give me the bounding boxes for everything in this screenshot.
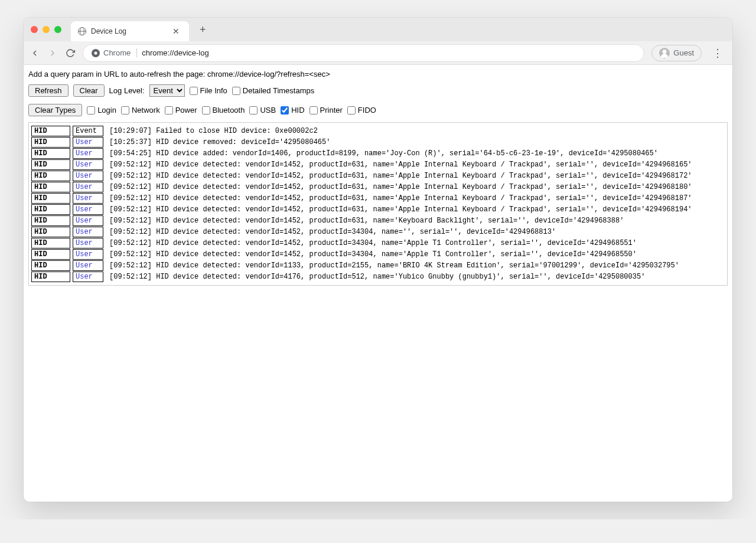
log-type-tag: HID <box>31 182 70 192</box>
type-filter-label: Login <box>97 106 116 115</box>
log-container: HIDEvent[10:29:07] Failed to close HID d… <box>28 122 728 286</box>
log-level-tag: User <box>73 260 103 271</box>
log-row: HIDUser[09:52:12] HID device detected: v… <box>31 272 725 282</box>
close-tab-button[interactable]: ✕ <box>170 27 182 36</box>
minimize-window-button[interactable] <box>43 26 50 33</box>
log-level-tag: User <box>73 182 103 192</box>
page-content: Add a query param in URL to auto-refresh… <box>24 65 732 502</box>
log-level-tag: User <box>73 215 103 226</box>
log-row: HIDUser[09:52:12] HID device detected: v… <box>31 260 725 271</box>
log-type-tag: HID <box>31 159 70 170</box>
close-window-button[interactable] <box>31 26 38 33</box>
back-button[interactable] <box>30 48 40 58</box>
log-message: [09:52:12] HID device detected: vendorId… <box>109 205 692 214</box>
log-message: [09:52:12] HID device detected: vendorId… <box>109 183 692 191</box>
log-type-tag: HID <box>31 148 70 159</box>
site-chip-label: Chrome <box>103 48 131 57</box>
log-row: HIDUser[09:52:12] HID device detected: v… <box>31 215 725 226</box>
log-message: [09:52:12] HID device detected: vendorId… <box>109 217 624 225</box>
type-filter-label: FIDO <box>358 106 376 115</box>
type-filter-checkbox-power[interactable] <box>165 106 173 115</box>
type-filter-checkbox-bluetooth[interactable] <box>202 106 210 115</box>
detailed-timestamps-toggle[interactable]: Detailed Timestamps <box>232 86 314 95</box>
type-filter-usb[interactable]: USB <box>249 106 276 115</box>
type-filter-network[interactable]: Network <box>121 106 160 115</box>
refresh-hint: Add a query param in URL to auto-refresh… <box>27 67 729 81</box>
log-row: HIDUser[09:52:12] HID device detected: v… <box>31 238 725 248</box>
forward-button[interactable] <box>47 48 58 58</box>
log-message: [09:52:12] HID device detected: vendorId… <box>109 228 556 236</box>
type-filter-checkbox-fido[interactable] <box>347 106 356 115</box>
type-filter-checkbox-hid[interactable] <box>281 106 289 115</box>
type-filter-label: HID <box>291 106 304 115</box>
window-controls <box>31 26 61 33</box>
clear-button[interactable]: Clear <box>73 84 105 97</box>
log-level-tag: User <box>73 272 103 282</box>
log-level-select[interactable]: Event <box>149 84 185 97</box>
log-level-tag: User <box>73 204 103 215</box>
log-message: [10:25:37] HID device removed: deviceId=… <box>109 138 330 146</box>
type-filter-printer[interactable]: Printer <box>309 106 343 115</box>
type-filter-checkbox-printer[interactable] <box>309 106 318 115</box>
profile-button[interactable]: Guest <box>651 45 702 61</box>
detailed-timestamps-checkbox[interactable] <box>232 87 240 95</box>
controls-row-types: Clear Types LoginNetworkPowerBluetoothUS… <box>27 100 729 120</box>
log-type-tag: HID <box>31 260 70 271</box>
log-level-tag: User <box>73 171 103 181</box>
log-level-tag: User <box>73 227 103 237</box>
log-row: HIDEvent[10:29:07] Failed to close HID d… <box>31 126 725 136</box>
type-filter-label: Bluetooth <box>213 106 245 115</box>
type-filter-checkbox-usb[interactable] <box>249 106 258 115</box>
reload-button[interactable] <box>65 48 76 58</box>
avatar-icon <box>659 48 670 58</box>
log-level-tag: User <box>73 238 103 248</box>
type-filter-checkbox-network[interactable] <box>121 106 129 115</box>
type-filter-login[interactable]: Login <box>87 106 116 115</box>
log-type-tag: HID <box>31 238 70 248</box>
file-info-toggle[interactable]: File Info <box>190 86 227 95</box>
type-filter-hid[interactable]: HID <box>281 106 304 115</box>
log-level-tag: User <box>73 137 103 148</box>
new-tab-button[interactable]: + <box>194 24 212 36</box>
log-row: HIDUser[09:52:12] HID device detected: v… <box>31 182 725 192</box>
clear-types-button[interactable]: Clear Types <box>28 104 82 116</box>
detailed-timestamps-label: Detailed Timestamps <box>243 86 314 95</box>
log-message: [09:52:12] HID device detected: vendorId… <box>109 261 679 270</box>
file-info-checkbox[interactable] <box>190 87 198 95</box>
log-type-tag: HID <box>31 193 70 204</box>
type-filter-checkbox-login[interactable] <box>87 106 95 115</box>
log-message: [09:52:12] HID device detected: vendorId… <box>109 172 692 180</box>
log-row: HIDUser[09:52:12] HID device detected: v… <box>31 159 725 170</box>
log-message: [09:52:12] HID device detected: vendorId… <box>109 250 637 259</box>
type-filter-fido[interactable]: FIDO <box>347 106 376 115</box>
maximize-window-button[interactable] <box>54 26 61 33</box>
address-bar[interactable]: Chrome chrome://device-log <box>83 44 644 62</box>
type-filter-bluetooth[interactable]: Bluetooth <box>202 106 245 115</box>
log-row: HIDUser[09:52:12] HID device detected: v… <box>31 249 725 260</box>
file-info-label: File Info <box>200 86 227 95</box>
browser-tab[interactable]: Device Log ✕ <box>71 21 189 41</box>
log-row: HIDUser[09:54:25] HID device added: vend… <box>31 148 725 159</box>
log-type-tag: HID <box>31 137 70 148</box>
log-level-tag: Event <box>73 126 103 136</box>
refresh-button[interactable]: Refresh <box>28 84 69 97</box>
menu-button[interactable]: ⋮ <box>709 48 726 58</box>
log-message: [09:54:25] HID device added: vendorId=14… <box>109 149 658 158</box>
log-type-tag: HID <box>31 171 70 181</box>
chrome-icon <box>92 49 100 57</box>
log-row: HIDUser[09:52:12] HID device detected: v… <box>31 171 725 181</box>
titlebar: Device Log ✕ + <box>24 18 732 41</box>
toolbar: Chrome chrome://device-log Guest ⋮ <box>24 41 732 65</box>
globe-icon <box>78 27 86 35</box>
log-level-tag: User <box>73 249 103 260</box>
browser-window: Device Log ✕ + Chrome chrome://device-lo… <box>24 18 732 502</box>
log-type-tag: HID <box>31 126 70 136</box>
log-level-tag: User <box>73 148 103 159</box>
log-message: [09:52:12] HID device detected: vendorId… <box>109 194 692 202</box>
type-filter-power[interactable]: Power <box>165 106 197 115</box>
site-info-chip[interactable]: Chrome <box>92 48 137 57</box>
url-text: chrome://device-log <box>142 48 208 57</box>
type-filter-label: USB <box>260 106 276 115</box>
profile-label: Guest <box>673 48 694 57</box>
controls-row-1: Refresh Clear Log Level: Event File Info… <box>27 81 729 100</box>
